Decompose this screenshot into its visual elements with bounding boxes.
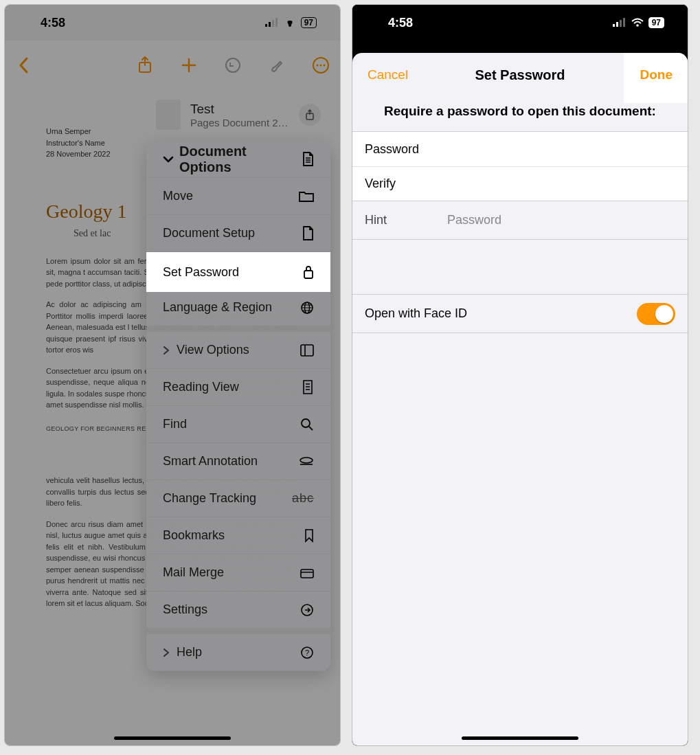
hint-label: Hint xyxy=(365,213,447,227)
menu-item-set-password-highlight[interactable]: Set Password xyxy=(146,252,330,292)
battery-icon: 97 xyxy=(648,17,664,28)
password-label: Password xyxy=(365,142,447,157)
faceid-toggle-row[interactable]: Open with Face ID xyxy=(352,295,688,333)
svg-rect-25 xyxy=(620,20,622,27)
status-icons: 97 xyxy=(613,17,664,28)
dim-overlay xyxy=(5,5,340,745)
svg-rect-22 xyxy=(304,271,313,278)
menu-label: Set Password xyxy=(163,265,239,280)
svg-rect-23 xyxy=(613,24,615,27)
spacer xyxy=(352,240,688,295)
home-indicator xyxy=(462,736,578,740)
faceid-label: Open with Face ID xyxy=(365,306,637,321)
wifi-icon xyxy=(631,18,644,27)
done-button[interactable]: Done xyxy=(624,53,688,103)
svg-point-27 xyxy=(636,24,639,27)
svg-rect-26 xyxy=(623,18,625,27)
lock-icon xyxy=(303,264,314,280)
svg-rect-24 xyxy=(616,22,618,27)
set-password-modal: Cancel Set Password Done Require a passw… xyxy=(352,53,688,745)
faceid-switch[interactable] xyxy=(637,303,675,325)
password-field-row[interactable]: Password xyxy=(352,132,688,166)
modal-title: Set Password xyxy=(475,67,565,83)
hint-placeholder: Password xyxy=(447,213,501,227)
hint-field-row[interactable]: Hint Password xyxy=(352,201,688,240)
home-indicator xyxy=(114,736,231,740)
verify-label: Verify xyxy=(365,177,447,191)
status-time: 4:58 xyxy=(388,16,413,30)
cancel-button[interactable]: Cancel xyxy=(368,67,408,82)
modal-nav: Cancel Set Password Done xyxy=(352,53,688,97)
password-fields: Password Verify xyxy=(352,131,688,201)
left-screenshot: 4:58 97 Urna Semper Instructor's Name xyxy=(4,4,341,746)
signal-icon xyxy=(613,18,626,27)
right-screenshot: 4:58 97 Cancel Set Password Done Require… xyxy=(352,4,688,746)
verify-field-row[interactable]: Verify xyxy=(352,166,688,201)
status-bar: 4:58 97 xyxy=(352,5,688,41)
